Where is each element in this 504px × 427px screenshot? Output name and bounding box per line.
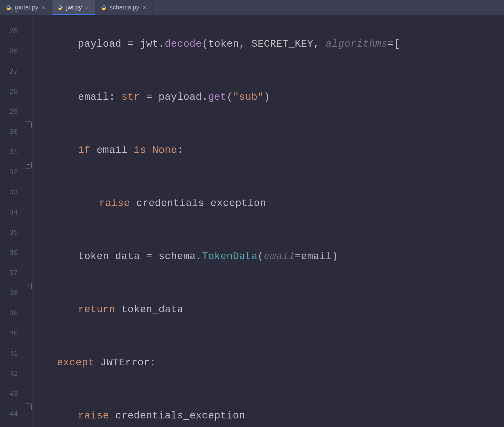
line-number: 31 <box>0 142 24 162</box>
tab-jwt[interactable]: jwt.py × <box>52 0 95 15</box>
tab-label: jwt.py <box>66 4 82 11</box>
line-number: 27 <box>0 62 24 82</box>
line-number: 32 <box>0 162 24 183</box>
code-line: email: str = payload.get("sub") <box>34 87 504 107</box>
line-number: 36 <box>0 243 24 263</box>
line-number: 33 <box>0 183 24 203</box>
fold-column: − − − − <box>24 15 34 427</box>
tab-label: router.py <box>15 4 38 11</box>
fold-toggle-icon[interactable]: − <box>25 283 32 289</box>
fold-toggle-icon[interactable]: − <box>25 121 32 128</box>
line-number: 40 <box>0 324 24 344</box>
line-number: 39 <box>0 303 24 324</box>
python-file-icon <box>57 5 63 11</box>
close-icon[interactable]: × <box>142 5 147 10</box>
line-number: 29 <box>0 102 24 122</box>
svg-point-1 <box>9 9 10 9</box>
svg-point-0 <box>7 5 8 6</box>
close-icon[interactable]: × <box>41 5 46 10</box>
editor-tab-bar: router.py × jwt.py × schema.py × <box>0 0 504 15</box>
line-number: 34 <box>0 203 24 223</box>
python-file-icon <box>101 5 107 11</box>
tab-schema[interactable]: schema.py × <box>95 0 152 15</box>
line-number: 25 <box>0 21 24 42</box>
line-number-gutter: 2425262728293031323334353637383940414243… <box>0 15 24 427</box>
svg-point-2 <box>59 5 59 6</box>
code-line: raise credentials_exception <box>34 406 504 426</box>
svg-point-4 <box>102 5 103 6</box>
close-icon[interactable]: × <box>85 5 89 10</box>
python-file-icon <box>5 5 12 11</box>
code-line: if email is None: <box>34 140 504 161</box>
line-number: 42 <box>0 364 24 384</box>
code-line: except JWTError: <box>34 353 504 373</box>
fold-toggle-icon[interactable]: − <box>25 162 32 168</box>
line-number: 44 <box>0 404 24 424</box>
line-number: 37 <box>0 263 24 283</box>
line-number: 38 <box>0 283 24 303</box>
tab-label: schema.py <box>110 4 139 11</box>
line-number: 43 <box>0 384 24 404</box>
line-number: 41 <box>0 344 24 364</box>
line-number: 35 <box>0 223 24 243</box>
code-body[interactable]: payload = jwt.decode(token, SECRET_KEY, … <box>34 15 504 427</box>
line-number: 26 <box>0 42 24 62</box>
code-line: payload = jwt.decode(token, SECRET_KEY, … <box>34 34 504 54</box>
line-number: 28 <box>0 82 24 102</box>
code-line: token_data = schema.TokenData(email=emai… <box>34 247 504 267</box>
code-line: return token_data <box>34 300 504 320</box>
line-number: 30 <box>0 122 24 142</box>
tab-router[interactable]: router.py × <box>0 0 52 15</box>
svg-point-5 <box>104 9 105 9</box>
svg-point-3 <box>61 9 62 9</box>
fold-toggle-icon[interactable]: − <box>25 403 32 410</box>
code-editor[interactable]: 2425262728293031323334353637383940414243… <box>0 15 504 427</box>
code-line: raise credentials_exception <box>34 194 504 214</box>
